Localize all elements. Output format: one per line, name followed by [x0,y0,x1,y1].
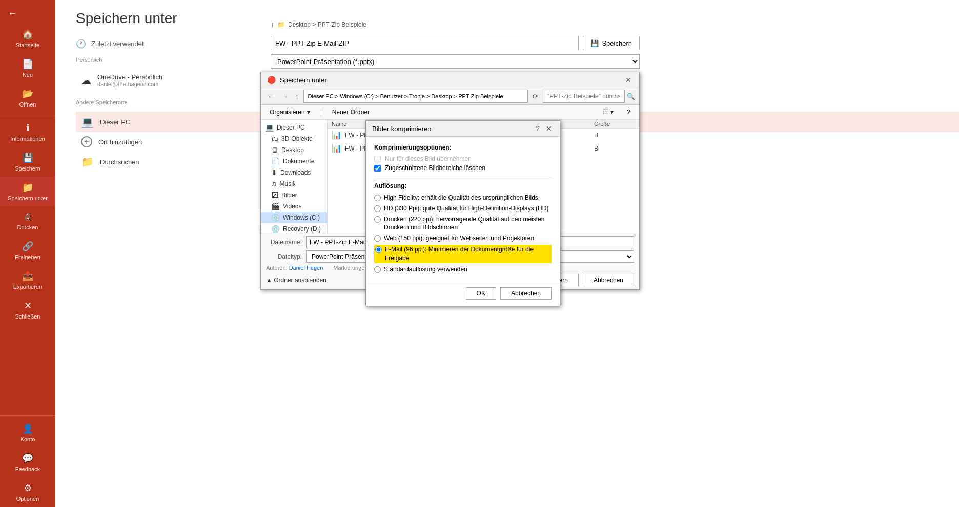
share-icon: 🔗 [22,241,33,252]
sidebar-label-schliessen: Schließen [15,313,40,320]
dieser-pc-left-label: Dieser PC [277,124,305,131]
sidebar-item-konto[interactable]: 👤 Konto [0,418,55,448]
videos-icon: 🎬 [271,202,280,210]
resolution-standard-label: Standardauflösung verwenden [384,265,467,274]
compress-option1-checkbox[interactable] [374,156,381,162]
onedrive-icon: ☁ [81,74,91,87]
left-panel-downloads[interactable]: ⬇ Downloads [261,167,327,178]
onedrive-sub: daniel@the-hagenz.com [97,81,162,87]
browse-icon: 📁 [81,156,94,168]
nav-forward-button[interactable]: → [279,91,291,102]
left-panel-bilder[interactable]: 🖼 Bilder [261,189,327,201]
left-panel-3d-objekte[interactable]: 🗂 3D-Objekte [261,133,327,144]
view-button[interactable]: ☰ ▾ [598,107,618,117]
onedrive-name: OneDrive - Persönlich [97,73,162,81]
sidebar-item-exportieren[interactable]: 📤 Exportieren [0,265,55,295]
sidebar-bottom: 👤 Konto 💬 Feedback ⚙ Optionen [0,413,55,507]
resolution-hd-row: HD (330 Ppi): gute Qualität für High-Def… [374,204,552,213]
save-icon-right: 💾 [590,39,599,47]
nav-back-button[interactable]: ← [265,91,277,102]
file-dialog-title-text: Speichern unter [280,76,327,84]
file2-size: B [594,145,635,152]
col-size: Größe [594,121,635,127]
breadcrumb-up-icon[interactable]: ↑ [271,20,274,29]
new-folder-button[interactable]: Neuer Ordner [328,107,374,117]
sidebar-item-informationen[interactable]: ℹ Informationen [0,117,55,147]
authors-value[interactable]: Daniel Hagen [289,265,323,271]
help-button[interactable]: ? [622,107,635,117]
sidebar-label-freigeben: Freigeben [15,254,40,260]
sidebar-item-speichern[interactable]: 💾 Speichern [0,147,55,177]
sidebar-item-drucken[interactable]: 🖨 Drucken [0,206,55,236]
back-button[interactable]: ← [2,3,23,24]
filename-input[interactable] [271,36,579,50]
sidebar-item-startseite[interactable]: 🏠 Startseite [0,24,55,53]
new-icon: 📄 [22,58,33,70]
left-panel-dieser-pc[interactable]: 💻 Dieser PC [261,122,327,133]
filetype-select[interactable]: PowerPoint-Präsentation (*.pptx) [271,54,640,69]
resolution-high-fidelity-radio[interactable] [374,195,381,201]
compress-cancel-button[interactable]: Abbrechen [500,287,552,300]
compress-footer: OK Abbrechen [366,283,560,306]
compress-option1-row: Nur für dieses Bild übernehmen [374,155,552,162]
resolution-hd-label: HD (330 Ppi): gute Qualität für High-Def… [384,204,548,213]
left-panel-windows-c[interactable]: 💿 Windows (C:) [261,212,327,223]
file-dialog-app-icon: 🔴 [267,76,276,84]
nav-breadcrumb[interactable]: Dieser PC > Windows (C:) > Benutzer > Tr… [303,90,528,103]
breadcrumb: ↑ 📁 Desktop > PPT-Zip Beispiele [271,20,640,29]
file-dialog-nav: ← → ↑ Dieser PC > Windows (C:) > Benutze… [261,88,639,105]
info-icon: ℹ [26,122,30,134]
left-panel-videos[interactable]: 🎬 Videos [261,201,327,212]
nav-search-input[interactable] [543,90,625,103]
compress-dialog: Bilder komprimieren ? ✕ Komprimierungsop… [365,120,560,306]
compress-title-buttons: ? ✕ [533,124,554,133]
sidebar-item-optionen[interactable]: ⚙ Optionen [0,477,55,507]
left-panel-dokumente[interactable]: 📄 Dokumente [261,156,327,167]
compress-body: Komprimierungsoptionen: Nur für dieses B… [366,137,560,283]
resolution-drucken-radio[interactable] [374,216,381,223]
organize-button[interactable]: Organisieren ▾ [265,107,315,117]
musik-label: Musik [280,180,296,187]
save-button-right[interactable]: 💾 Speichern [583,36,640,50]
compress-close-button[interactable]: ✕ [544,124,554,133]
3d-objekte-label: 3D-Objekte [281,135,313,142]
resolution-drucken-row: Drucken (220 ppi): hervorragende Qualitä… [374,215,552,233]
nav-up-button[interactable]: ↑ [293,91,301,102]
resolution-web-radio[interactable] [374,235,381,242]
toolbar-sep-1 [321,108,321,116]
compress-option2-checkbox[interactable] [374,165,381,172]
filetype-bottom-label: Dateityp: [266,253,302,260]
compress-ok-button[interactable]: OK [466,287,496,300]
sidebar-item-neu[interactable]: 📄 Neu [0,53,55,83]
file-left-panel: 💻 Dieser PC 🗂 3D-Objekte 🖥 Desktop 📄 Dok… [261,120,328,233]
open-icon: 📂 [22,88,33,99]
left-panel-musik[interactable]: ♫ Musik [261,178,327,189]
resolution-email-radio[interactable] [375,246,382,253]
left-panel-recovery-d[interactable]: 💿 Recovery (D:) [261,223,327,233]
dokumente-icon: 📄 [271,157,280,165]
onedrive-info: OneDrive - Persönlich daniel@the-hagenz.… [97,73,162,87]
save-as-icon: 📁 [22,182,33,193]
compress-help-button[interactable]: ? [533,124,542,133]
breadcrumb-folder-icon: 📁 [277,21,285,28]
resolution-standard-radio[interactable] [374,266,381,273]
nav-refresh-button[interactable]: ⟳ [530,91,541,102]
dieser-pc-left-icon: 💻 [265,123,274,132]
sidebar-item-freigeben[interactable]: 🔗 Freigeben [0,236,55,265]
sidebar-item-speichern-unter[interactable]: 📁 Speichern unter [0,177,55,206]
file-dialog-cancel-button[interactable]: Abbrechen [583,274,634,286]
durchsuchen-name: Durchsuchen [100,158,139,166]
file-dialog-close-button[interactable]: ✕ [624,75,633,84]
sidebar-item-schliessen[interactable]: ✕ Schließen [0,295,55,325]
left-panel-desktop[interactable]: 🖥 Desktop [261,144,327,156]
resolution-email-label: E-Mail (96 ppi): Minimieren der Dokument… [385,245,550,263]
folder-toggle[interactable]: ▲ Ordner ausblenden [266,277,326,284]
resolution-hd-radio[interactable] [374,205,381,212]
resolution-email-row: E-Mail (96 ppi): Minimieren der Dokument… [374,245,552,263]
sidebar-item-feedback[interactable]: 💬 Feedback [0,448,55,477]
filetype-row: PowerPoint-Präsentation (*.pptx) [271,54,640,69]
print-icon: 🖨 [23,212,32,222]
file-dialog-title: 🔴 Speichern unter ✕ [261,72,639,88]
sidebar-item-oeffnen[interactable]: 📂 Öffnen [0,83,55,113]
ort-hinzufuegen-name: Ort hinzufügen [98,138,142,146]
